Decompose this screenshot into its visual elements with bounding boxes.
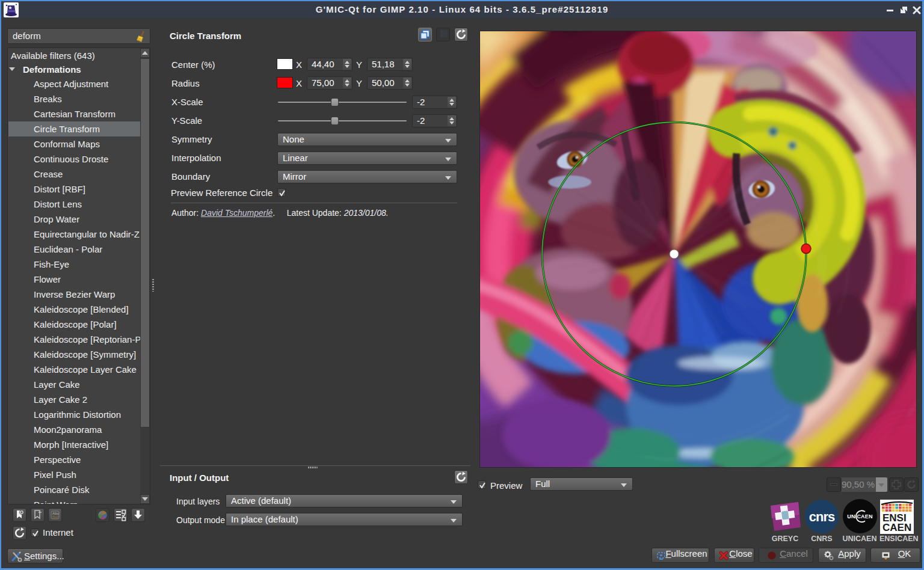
svg-text:Def: Def: [52, 515, 59, 519]
svg-text:CAEN: CAEN: [882, 522, 911, 533]
svg-text:UNICAEN: UNICAEN: [847, 513, 872, 519]
